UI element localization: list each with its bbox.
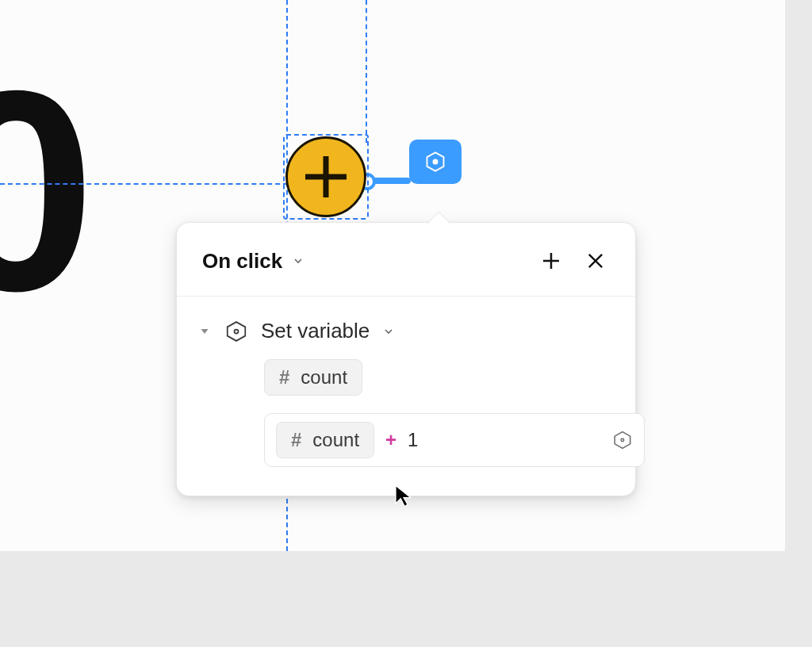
svg-marker-7 <box>228 322 246 341</box>
disclosure-triangle-icon[interactable] <box>197 324 212 339</box>
variable-pill-expression[interactable]: # count <box>276 422 374 458</box>
variable-name: count <box>301 366 347 389</box>
svg-point-10 <box>621 438 623 441</box>
target-variable-row: # count <box>264 359 613 396</box>
add-button[interactable] <box>285 136 366 217</box>
svg-point-1 <box>433 159 437 163</box>
variable-pill-target[interactable]: # count <box>264 359 362 396</box>
literal-value: 1 <box>408 429 418 451</box>
design-canvas[interactable]: 0 On click <box>0 0 785 551</box>
chevron-down-icon[interactable] <box>382 325 395 338</box>
interactions-panel: On click <box>176 222 636 496</box>
svg-marker-6 <box>201 329 209 334</box>
selection-guide-vertical-right <box>366 0 367 143</box>
operator: + <box>385 429 396 451</box>
number-type-icon: # <box>279 366 289 389</box>
panel-header: On click <box>177 223 635 297</box>
panel-body: Set variable # count # count <box>177 297 635 496</box>
add-button-frame[interactable] <box>285 136 366 217</box>
expression-input[interactable]: # count + 1 <box>264 413 645 467</box>
chevron-down-icon <box>292 255 304 267</box>
svg-marker-9 <box>615 432 630 449</box>
plus-icon <box>539 249 563 273</box>
close-icon <box>584 250 607 272</box>
trigger-label: On click <box>202 249 282 274</box>
selection-guide-horizontal <box>0 183 288 185</box>
insert-variable-button[interactable] <box>612 430 633 450</box>
variable-action-chip[interactable] <box>409 140 462 184</box>
variable-hex-icon <box>224 320 248 343</box>
variable-hex-icon <box>424 151 446 173</box>
plus-icon <box>305 156 347 197</box>
svg-point-8 <box>235 329 239 333</box>
counter-display: 0 <box>0 48 87 333</box>
close-panel-button[interactable] <box>578 243 613 278</box>
add-action-button[interactable] <box>534 243 569 278</box>
variable-name: count <box>312 429 359 451</box>
trigger-dropdown[interactable]: On click <box>202 249 304 274</box>
number-type-icon: # <box>291 429 301 451</box>
action-header[interactable]: Set variable <box>197 319 613 343</box>
action-type-label: Set variable <box>261 319 370 343</box>
